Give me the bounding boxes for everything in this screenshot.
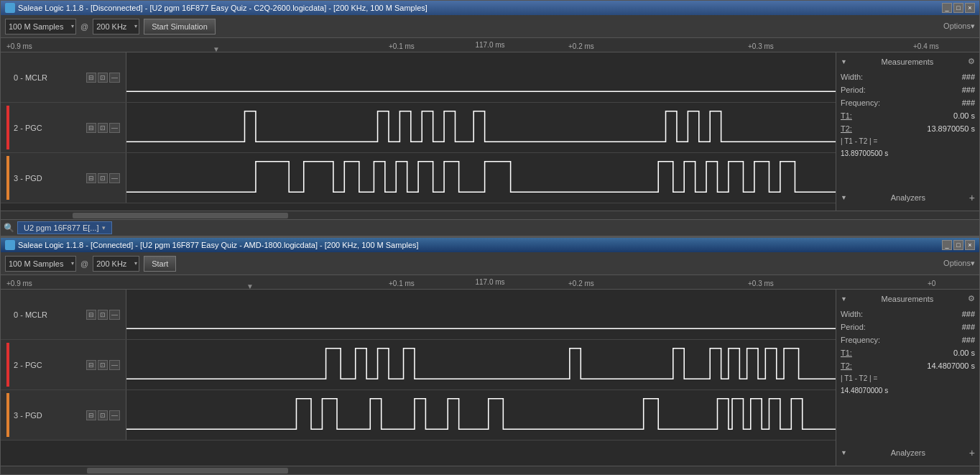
channel-label-mclr-1: 0 - MCLR ⊟ ⊡ — bbox=[1, 52, 126, 102]
freq-dropdown-2[interactable]: 200 KHz bbox=[93, 256, 139, 272]
measurement-width-1: Width: ### bbox=[841, 72, 975, 82]
ch-icon-1b[interactable]: ⊡ bbox=[98, 73, 108, 83]
measurement-freq-1: Frequency: ### bbox=[841, 98, 975, 108]
measurement-diff-value-1: 13.89700500 s bbox=[841, 149, 975, 158]
channel-label-mclr-2: 0 - MCLR ⊟ ⊡ — bbox=[1, 290, 126, 339]
toolbar-1: 100 M Samples ▾ @ 200 KHz ▾ Start Simula… bbox=[1, 15, 979, 38]
ch-icon-2b[interactable]: ⊡ bbox=[98, 123, 108, 133]
separator-1 bbox=[841, 161, 975, 189]
ch-icon-6a[interactable]: ⊟ bbox=[86, 410, 96, 420]
measurements-title-2: Measurements bbox=[882, 295, 934, 303]
channel-label-pgc-1: 2 - PGC ⊟ ⊡ — bbox=[1, 103, 126, 152]
ch-icon-2a[interactable]: ⊟ bbox=[86, 123, 96, 133]
close-btn-2[interactable]: × bbox=[965, 240, 975, 250]
samples-dropdown-1[interactable]: 100 M Samples bbox=[5, 19, 76, 34]
analyzers-triangle-2: ▼ bbox=[841, 449, 847, 456]
separator-2 bbox=[841, 398, 975, 444]
minimize-btn-1[interactable]: _ bbox=[942, 3, 952, 13]
ch-icon-6c[interactable]: — bbox=[109, 410, 120, 420]
channel-controls-pgd-1: ⊟ ⊡ — bbox=[86, 173, 120, 183]
tick-0-1ms-2: +0.1 ms bbox=[389, 280, 415, 287]
tab-item-1[interactable]: U2 pgm 16F877 E[...] ▾ bbox=[17, 221, 112, 234]
tab-label-1: U2 pgm 16F877 E[...] bbox=[24, 223, 99, 232]
period-value-2: ### bbox=[962, 323, 975, 331]
options-button-1[interactable]: Options▾ bbox=[943, 22, 975, 31]
window-1: Saleae Logic 1.1.8 - [Disconnected] - [U… bbox=[0, 0, 980, 237]
t2-value-1: 13.8970050 s bbox=[927, 124, 975, 133]
width-label-2: Width: bbox=[841, 310, 863, 318]
center-time-1: 117.0 ms bbox=[475, 41, 504, 49]
app-icon-2 bbox=[5, 240, 15, 250]
ch-icon-3a[interactable]: ⊟ bbox=[86, 173, 96, 183]
main-area-2: 0 - MCLR ⊟ ⊡ — bbox=[1, 290, 979, 466]
maximize-btn-1[interactable]: □ bbox=[953, 3, 963, 13]
channel-name-pgd-2: 3 - PGD bbox=[14, 411, 82, 420]
minimize-btn-2[interactable]: _ bbox=[942, 240, 952, 250]
measurement-diff-value-2: 14.48070000 s bbox=[841, 386, 975, 395]
channel-row-pgc-1: 2 - PGC ⊟ ⊡ — bbox=[1, 103, 836, 153]
ch-icon-6b[interactable]: ⊡ bbox=[98, 410, 108, 420]
freq-dropdown-1[interactable]: 200 KHz bbox=[93, 19, 139, 34]
channel-name-mclr-1: 0 - MCLR bbox=[14, 73, 82, 82]
samples-dropdown-2[interactable]: 100 M Samples bbox=[5, 256, 76, 272]
channel-label-pgd-1: 3 - PGD ⊟ ⊡ — bbox=[1, 153, 126, 203]
maximize-btn-2[interactable]: □ bbox=[953, 240, 963, 250]
measurement-t1-1: T1: 0.00 s bbox=[841, 111, 975, 121]
ch-icon-5b[interactable]: ⊡ bbox=[98, 360, 108, 370]
ch-icon-4a[interactable]: ⊟ bbox=[86, 310, 96, 320]
tick-0-9ms-1: +0.9 ms bbox=[6, 42, 32, 50]
channel-label-pgd-2: 3 - PGD ⊟ ⊡ — bbox=[1, 390, 126, 440]
period-label-1: Period: bbox=[841, 86, 866, 94]
tab-dropdown-1[interactable]: ▾ bbox=[102, 224, 106, 231]
options-button-2[interactable]: Options▾ bbox=[943, 259, 975, 268]
scrollbar-thumb-1[interactable] bbox=[73, 213, 288, 218]
channel-controls-pgd-2: ⊟ ⊡ — bbox=[86, 410, 120, 420]
color-bar-pgd-2 bbox=[6, 393, 9, 437]
window-title-2: Saleae Logic 1.1.8 - [Connected] - [U2 p… bbox=[18, 241, 419, 249]
titlebar-left-2: Saleae Logic 1.1.8 - [Connected] - [U2 p… bbox=[5, 240, 419, 250]
signal-svg-mclr-2 bbox=[126, 290, 836, 339]
window-2: Saleae Logic 1.1.8 - [Connected] - [U2 p… bbox=[0, 237, 980, 475]
ch-icon-3c[interactable]: — bbox=[109, 173, 120, 183]
ch-icon-1a[interactable]: ⊟ bbox=[86, 73, 96, 83]
measurement-t2-2: T2: 14.4807000 s bbox=[841, 361, 975, 371]
signal-area-pgd-1 bbox=[126, 153, 836, 203]
color-bar-pgd-1 bbox=[6, 156, 9, 200]
ch-icon-2c[interactable]: — bbox=[109, 123, 120, 133]
channel-name-pgd-1: 3 - PGD bbox=[14, 174, 82, 183]
ch-icon-1c[interactable]: — bbox=[109, 73, 120, 83]
scrollbar-h-2[interactable] bbox=[1, 466, 979, 474]
channel-row-mclr-2: 0 - MCLR ⊟ ⊡ — bbox=[1, 290, 836, 340]
titlebar-left-1: Saleae Logic 1.1.8 - [Disconnected] - [U… bbox=[5, 3, 427, 13]
channel-fill-2 bbox=[1, 441, 836, 466]
search-icon-tab[interactable]: 🔍 bbox=[4, 223, 14, 233]
scrollbar-thumb-2[interactable] bbox=[87, 468, 288, 474]
tick-0-4ms-2: +0 bbox=[928, 280, 935, 287]
titlebar-controls-1: _ □ × bbox=[942, 3, 975, 13]
ch-icon-4c[interactable]: — bbox=[109, 310, 120, 320]
start-simulation-button[interactable]: Start Simulation bbox=[144, 19, 216, 34]
measurements-gear-2[interactable]: ⚙ bbox=[968, 294, 975, 303]
freq-value-2: ### bbox=[962, 336, 975, 344]
close-btn-1[interactable]: × bbox=[965, 3, 975, 13]
ch-icon-5a[interactable]: ⊟ bbox=[86, 360, 96, 370]
signal-svg-mclr-1 bbox=[126, 52, 836, 102]
channel-controls-pgc-1: ⊟ ⊡ — bbox=[86, 123, 120, 133]
ch-icon-5c[interactable]: — bbox=[109, 360, 120, 370]
ch-icon-3b[interactable]: ⊡ bbox=[98, 173, 108, 183]
ruler-arrow-2: ▼ bbox=[246, 282, 254, 290]
measurement-period-1: Period: ### bbox=[841, 85, 975, 95]
measurements-gear-1[interactable]: ⚙ bbox=[968, 57, 975, 66]
width-label-1: Width: bbox=[841, 73, 863, 81]
samples-dropdown-wrapper-2: 100 M Samples ▾ bbox=[5, 256, 76, 272]
ch-icon-4b[interactable]: ⊡ bbox=[98, 310, 108, 320]
signal-svg-pgd-2 bbox=[126, 390, 836, 440]
measurements-triangle-1: ▼ bbox=[841, 58, 847, 65]
analyzers-add-1[interactable]: + bbox=[969, 192, 975, 203]
at-label-1: @ bbox=[80, 22, 88, 31]
start-button-2[interactable]: Start bbox=[144, 256, 176, 272]
tick-0-9ms-2: +0.9 ms bbox=[6, 280, 32, 287]
window-title-1: Saleae Logic 1.1.8 - [Disconnected] - [U… bbox=[18, 4, 427, 12]
analyzers-add-2[interactable]: + bbox=[969, 447, 975, 458]
scrollbar-h-1[interactable] bbox=[1, 211, 979, 219]
